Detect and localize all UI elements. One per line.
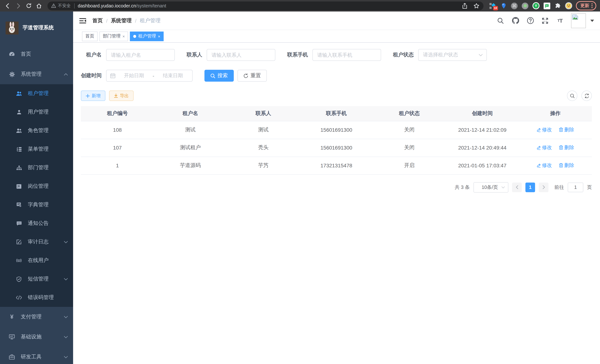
table-row: 1 芋道源码 芋艿 17321315478 开启 2021-01-05 17:0… [81, 157, 592, 174]
edit-link[interactable]: 修改 [536, 145, 552, 151]
site-security-info[interactable]: 不安全 [51, 3, 71, 9]
page-size-select[interactable]: 10条/页 [473, 182, 508, 192]
tab-dept[interactable]: 部门管理 × [99, 31, 128, 41]
phone-label: 联系手机 [287, 52, 308, 58]
y-extension-icon[interactable]: Y [533, 2, 540, 9]
delete-link[interactable]: 删除 [559, 144, 574, 151]
export-button[interactable]: 导出 [109, 91, 134, 101]
toggle-search-button[interactable] [567, 91, 577, 101]
breadcrumb-system[interactable]: 系统管理 [111, 17, 132, 24]
sidebar-item-label: 首页 [21, 51, 68, 57]
url-text: dashboard.yudao.iocoder.cn/system/tenant [78, 3, 166, 8]
github-icon[interactable] [512, 17, 519, 24]
refresh-table-button[interactable] [581, 91, 592, 101]
share-icon[interactable] [461, 2, 468, 9]
sidebar-item-notice[interactable]: 通知公告 [0, 214, 73, 233]
sidebar-item-label: 岗位管理 [28, 183, 68, 190]
calendar-icon [110, 73, 115, 78]
edit-link[interactable]: 修改 [536, 127, 552, 133]
close-icon[interactable]: × [122, 34, 125, 38]
date-range-picker[interactable]: 开始日期 - 结束日期 [106, 70, 193, 82]
active-dot [133, 35, 136, 38]
sidebar-item-sms[interactable]: 短信管理 [0, 270, 73, 288]
edit-log-icon [16, 239, 22, 245]
sidebar-item-infra[interactable]: 基础设施 [0, 327, 73, 347]
avatar-dropdown-caret[interactable] [590, 19, 594, 22]
tab-home[interactable]: 首页 [82, 31, 98, 41]
pin-extension-icon[interactable] [500, 2, 507, 9]
puzzle-extensions-icon[interactable] [554, 2, 561, 9]
browser-menu-icon[interactable] [591, 3, 593, 8]
sidebar-item-online-users[interactable]: 在线用户 [0, 251, 73, 270]
sidebar-item-home[interactable]: 首页 [0, 44, 73, 64]
bookmark-star-icon[interactable] [473, 2, 480, 9]
search-icon [570, 93, 575, 98]
sidebar-item-devtools[interactable]: 研发工具 [0, 347, 73, 364]
reset-button[interactable]: 重置 [237, 70, 267, 82]
browser-reload-button[interactable] [25, 2, 33, 10]
security-label: 不安全 [58, 3, 71, 9]
tenant-name-label: 租户名 [81, 52, 102, 58]
contact-label: 联系人 [187, 52, 202, 58]
sidebar-item-audit-log[interactable]: 审计日志 [0, 233, 73, 251]
pagination: 共 3 条 10条/页 1 前往 页 [81, 182, 592, 192]
app-logo-row[interactable]: 芋道管理系统 [0, 11, 73, 44]
header-search-icon[interactable] [497, 17, 504, 24]
dashboard-icon [9, 51, 15, 57]
user-avatar[interactable] [571, 13, 586, 28]
sidebar-item-label: 通知公告 [28, 220, 68, 227]
command-extension-icon[interactable]: ⌘ [511, 2, 518, 9]
chevron-left-icon [516, 185, 518, 189]
sidebar-item-error-code[interactable]: 错误码管理 [0, 288, 73, 307]
browser-forward-button[interactable] [14, 2, 22, 10]
search-button[interactable]: 搜索 [205, 70, 234, 82]
close-icon[interactable]: × [158, 34, 160, 38]
col-phone: 联系手机 [300, 106, 373, 121]
edit-link[interactable]: 修改 [536, 162, 552, 169]
dot-extension-icon[interactable] [522, 2, 528, 9]
sidebar-item-tenant[interactable]: 租户管理 [0, 84, 73, 103]
chat-extension-icon[interactable] [544, 2, 550, 9]
tabs-extension-icon[interactable]: 10 [489, 2, 496, 9]
badge-icon [16, 183, 22, 189]
sidebar-item-label: 基础设施 [21, 334, 64, 340]
sidebar-item-dict[interactable]: 字典管理 [0, 196, 73, 214]
chevron-down-icon [501, 186, 505, 188]
fullscreen-icon[interactable] [541, 17, 549, 24]
browser-update-button[interactable]: 更新 [576, 1, 596, 10]
extension-badge: 10 [493, 6, 498, 10]
sidebar-item-system[interactable]: 系统管理 [0, 64, 73, 84]
sidebar-collapse-icon[interactable] [79, 17, 86, 24]
plus-icon [86, 94, 90, 98]
help-icon[interactable] [526, 17, 534, 24]
sidebar-item-label: 错误码管理 [28, 294, 68, 301]
font-size-icon[interactable]: TT [556, 17, 564, 24]
status-select[interactable]: 请选择租户状态 [418, 49, 487, 61]
tenant-name-input[interactable] [106, 49, 175, 61]
tab-tenant[interactable]: 租户管理 × [130, 31, 164, 41]
delete-link[interactable]: 删除 [559, 127, 574, 133]
sidebar-item-dept[interactable]: 部门管理 [0, 159, 73, 177]
toolbox-icon [9, 354, 15, 360]
address-bar[interactable]: 不安全 dashboard.yudao.iocoder.cn/system/te… [47, 1, 484, 10]
goto-page-input[interactable] [568, 182, 583, 192]
code-icon [16, 295, 22, 300]
browser-home-button[interactable] [35, 2, 43, 10]
page-number-button[interactable]: 1 [525, 182, 535, 192]
prev-page-button[interactable] [512, 182, 522, 192]
browser-back-button[interactable] [4, 2, 12, 10]
phone-input[interactable] [312, 49, 381, 61]
delete-link[interactable]: 删除 [559, 162, 574, 169]
chevron-down-icon [479, 54, 483, 56]
breadcrumb-home[interactable]: 首页 [92, 17, 103, 24]
sidebar-item-post[interactable]: 岗位管理 [0, 177, 73, 196]
profile-avatar-icon[interactable] [565, 2, 572, 9]
status-text: 开启 [373, 157, 446, 174]
next-page-button[interactable] [539, 182, 548, 192]
sidebar-item-payment[interactable]: ¥ 支付管理 [0, 307, 73, 327]
sidebar-item-user[interactable]: 用户管理 [0, 103, 73, 121]
add-button[interactable]: 新增 [81, 91, 105, 101]
sidebar-item-menu[interactable]: 菜单管理 [0, 140, 73, 159]
contact-input[interactable] [207, 49, 275, 61]
sidebar-item-role[interactable]: 角色管理 [0, 121, 73, 140]
